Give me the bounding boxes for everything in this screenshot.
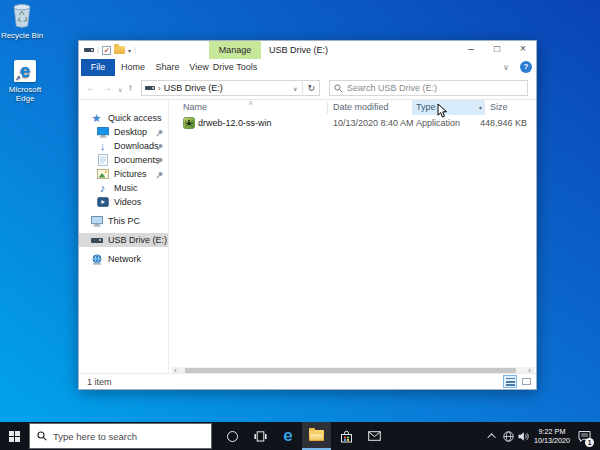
- close-button[interactable]: ×: [510, 41, 536, 58]
- navigation-pane: ★ Quick access Desktop ↓ Downloads: [79, 100, 169, 373]
- qat-customize-icon[interactable]: ▾: [128, 47, 131, 54]
- usb-drive-icon: [91, 238, 103, 243]
- notification-badge: 1: [585, 438, 594, 447]
- music-note-icon: ♪: [100, 183, 106, 194]
- breadcrumb-separator: ›: [158, 84, 161, 93]
- pin-icon: [156, 171, 163, 181]
- column-header-name[interactable]: Name: [183, 102, 207, 112]
- desktop-icon-label: Microsoft Edge: [0, 85, 50, 103]
- large-icons-view-button[interactable]: [519, 375, 533, 388]
- pin-icon: [156, 157, 163, 167]
- ribbon-collapse-icon[interactable]: ∨: [503, 63, 509, 72]
- tab-drive-tools[interactable]: Drive Tools: [209, 59, 261, 76]
- column-headers: Name ∧ Date modified Type ▾ Size: [170, 100, 535, 115]
- sidebar-item-pictures[interactable]: Pictures: [79, 167, 168, 181]
- shortcut-arrow-icon: ↗: [14, 74, 22, 82]
- start-button[interactable]: [0, 422, 28, 450]
- mail-button[interactable]: [361, 422, 387, 450]
- tab-file[interactable]: File: [81, 59, 115, 76]
- sidebar-item-network[interactable]: Network: [79, 252, 168, 266]
- desktop-icon-recycle-bin[interactable]: Recycle Bin: [0, 4, 48, 40]
- edge-taskbar-button[interactable]: e: [275, 422, 301, 450]
- store-bag-icon: [340, 430, 353, 443]
- minimize-button[interactable]: –: [458, 41, 484, 58]
- help-icon[interactable]: ?: [520, 61, 532, 73]
- tray-show-hidden-icons-button[interactable]: [486, 422, 500, 450]
- title-bar[interactable]: | ✓ ▾ | Manage USB Drive (E:) – □ ×: [79, 41, 536, 59]
- desktop-icon: [97, 127, 109, 138]
- speaker-icon: [518, 431, 530, 442]
- address-bar[interactable]: › USB Drive (E:) ∨ ↻: [141, 80, 320, 96]
- file-date-modified: 10/13/2020 8:40 AM: [333, 118, 414, 128]
- back-button[interactable]: ←: [86, 81, 96, 95]
- volume-tray-button[interactable]: [516, 422, 532, 450]
- network-tray-button[interactable]: [501, 422, 516, 450]
- sidebar-item-this-pc[interactable]: This PC: [79, 214, 168, 228]
- action-center-button[interactable]: 1: [572, 422, 596, 450]
- file-explorer-taskbar-button[interactable]: [302, 422, 331, 450]
- ribbon-tabs: File Home Share View Drive Tools ∨ ?: [79, 59, 536, 76]
- clock-date: 10/13/2020: [532, 436, 572, 445]
- taskbar-search-box[interactable]: [29, 423, 212, 449]
- edge-icon: e: [283, 422, 292, 450]
- video-icon: [97, 197, 109, 207]
- search-icon: [37, 431, 47, 441]
- refresh-icon[interactable]: ↻: [306, 83, 316, 93]
- sidebar-item-music[interactable]: ♪ Music: [79, 181, 168, 195]
- file-row[interactable]: drweb-12.0-ss-win 10/13/2020 8:40 AM App…: [170, 116, 535, 130]
- address-dropdown-icon[interactable]: ∨: [293, 85, 299, 92]
- search-icon: [334, 84, 343, 93]
- quick-access-toolbar: | ✓ ▾ |: [84, 44, 136, 56]
- column-header-type[interactable]: Type ▾: [412, 100, 484, 115]
- folder-icon: [309, 430, 324, 441]
- details-view-icon: [506, 378, 515, 386]
- star-icon: ★: [92, 113, 102, 124]
- maximize-button[interactable]: □: [484, 41, 510, 58]
- network-globe-icon: [503, 431, 514, 442]
- file-explorer-window: | ✓ ▾ | Manage USB Drive (E:) – □ × File…: [78, 40, 537, 390]
- explorer-search-input[interactable]: [347, 83, 523, 93]
- new-folder-icon[interactable]: [114, 46, 125, 54]
- pin-icon: [156, 129, 163, 139]
- filter-dropdown-icon[interactable]: ▾: [479, 104, 482, 111]
- window-title: USB Drive (E:): [269, 41, 328, 59]
- tab-home[interactable]: Home: [115, 59, 151, 76]
- properties-icon[interactable]: ✓: [102, 46, 111, 55]
- sidebar-item-usb-drive[interactable]: USB Drive (E:): [79, 233, 168, 247]
- microsoft-store-button[interactable]: [333, 422, 359, 450]
- mouse-cursor: [437, 103, 448, 119]
- computer-icon: [91, 216, 103, 227]
- breadcrumb-drive-icon: [145, 86, 155, 90]
- sidebar-item-downloads[interactable]: ↓ Downloads: [79, 139, 168, 153]
- taskbar-search-input[interactable]: [53, 431, 204, 442]
- file-list-pane: Name ∧ Date modified Type ▾ Size: [170, 100, 535, 368]
- file-name[interactable]: drweb-12.0-ss-win: [198, 118, 272, 128]
- sidebar-item-videos[interactable]: Videos: [79, 195, 168, 209]
- up-button[interactable]: ↑: [128, 81, 133, 95]
- status-bar: 1 item: [79, 373, 536, 389]
- chevron-up-icon: [487, 433, 495, 441]
- edge-icon: e ↗: [14, 60, 36, 82]
- sort-ascending-icon: ∧: [248, 99, 253, 107]
- forward-button[interactable]: →: [102, 81, 112, 95]
- desktop-icon-microsoft-edge[interactable]: e ↗ Microsoft Edge: [0, 60, 50, 103]
- window-drive-icon: [84, 48, 94, 52]
- sidebar-item-documents[interactable]: Documents: [79, 153, 168, 167]
- details-view-button[interactable]: [503, 375, 517, 388]
- network-globe-icon: [91, 254, 103, 265]
- sidebar-item-quick-access[interactable]: ★ Quick access: [79, 111, 168, 125]
- large-icons-view-icon: [522, 378, 531, 385]
- breadcrumb-path[interactable]: USB Drive (E:): [164, 83, 223, 93]
- tab-share[interactable]: Share: [151, 59, 184, 76]
- manage-contextual-tab[interactable]: Manage: [209, 41, 261, 59]
- clock-time: 9:22 PM: [532, 427, 572, 436]
- sidebar-item-desktop[interactable]: Desktop: [79, 125, 168, 139]
- column-header-date-modified[interactable]: Date modified: [333, 102, 389, 112]
- recent-locations-icon[interactable]: ∨: [118, 83, 122, 97]
- explorer-search-box[interactable]: [329, 80, 528, 96]
- picture-icon: [97, 169, 109, 179]
- cortana-button[interactable]: [219, 422, 245, 450]
- column-header-size[interactable]: Size: [490, 102, 508, 112]
- task-view-button[interactable]: [247, 422, 273, 450]
- tray-clock[interactable]: 9:22 PM 10/13/2020: [532, 427, 572, 445]
